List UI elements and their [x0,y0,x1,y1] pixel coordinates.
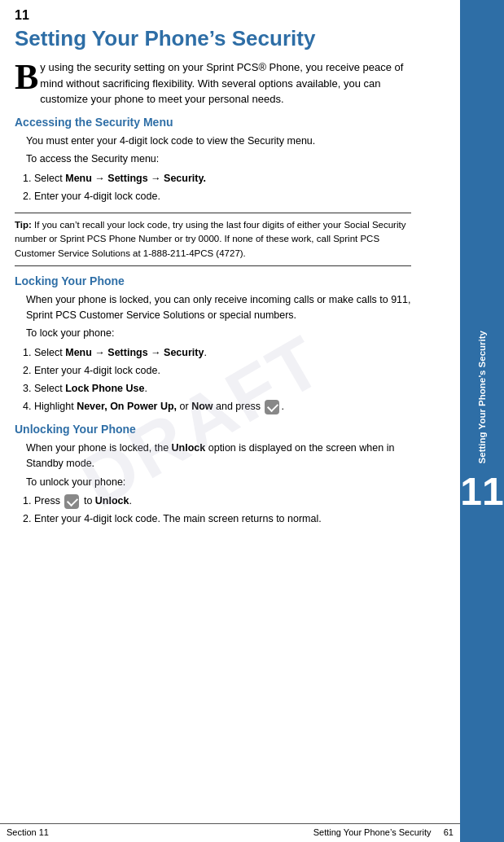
section3-para1-bold: Unlock [172,442,206,454]
tip-label: Tip: [15,220,32,230]
section2-step1: Select Menu → Settings → Security. [34,344,411,361]
section1-steps: Select Menu → Settings → Security. Enter… [34,170,411,204]
section1-step2-text: Enter your 4-digit lock code. [34,191,160,202]
sidebar-number: 11 [460,472,503,511]
section1-step2: Enter your 4-digit lock code. [34,188,411,204]
ok-button-icon2 [64,494,79,509]
page-title: Setting Your Phone’s Security [15,26,411,51]
section3-step1-bold: Unlock [95,495,129,507]
footer: Section 11 Setting Your Phone’s Security… [0,823,460,842]
ok-button-icon [265,400,279,414]
footer-left: Section 11 [0,827,313,837]
footer-right: Setting Your Phone’s Security 61 [313,827,460,837]
section1-para2: To access the Security menu: [26,151,411,167]
intro-body: y using the security setting on your Spr… [40,61,403,105]
sidebar-label: Setting Your Phone’s Security [476,331,489,463]
section3-para1: When your phone is locked, the Unlock op… [26,441,411,471]
section2-steps: Select Menu → Settings → Security. Enter… [34,344,411,414]
tip-box: Tip: If you can’t recall your lock code,… [15,213,411,266]
section2-step3: Select Lock Phone Use. [34,380,411,397]
page-number-top: 11 [15,8,411,23]
section1-step1: Select Menu → Settings → Security. [34,170,411,186]
section1-para1: You must enter your 4-digit lock code to… [26,134,411,149]
section2-step4-bold2: Now [191,401,213,412]
tip-text: If you can’t recall your lock code, try … [15,220,405,258]
section3-heading: Unlocking Your Phone [15,423,411,436]
section1-step1-bold: Menu → Settings → Security. [65,173,206,184]
section3-step2: Enter your 4-digit lock code. The main s… [34,511,411,527]
section3-para2: To unlock your phone: [26,475,411,490]
main-content: 11 Setting Your Phone’s Security B y usi… [0,0,460,842]
section3-steps: Press to Unlock. Enter your 4-digit lock… [34,493,411,527]
section2-step4: Highlight Never, On Power Up, or Now and… [34,398,411,414]
section2-heading: Locking Your Phone [15,274,411,287]
section2-para1: When your phone is locked, you can only … [26,292,411,323]
sidebar: Setting Your Phone’s Security 11 [460,0,504,842]
drop-cap: B [15,63,38,91]
section2-para2: To lock your phone: [26,326,411,341]
footer-page-num: 61 [444,827,454,837]
section2-step1-bold: Menu → Settings → Security [65,347,204,358]
section2-step3-bold: Lock Phone Use [65,383,144,394]
section2-step4-bold1: Never, On Power Up, [77,401,177,412]
section3-para1-before: When your phone is locked, the [26,442,172,454]
section3-step1: Press to Unlock. [34,493,411,509]
footer-section-label: Setting Your Phone’s Security [313,827,432,837]
intro-paragraph: B y using the security setting on your S… [15,59,411,107]
section1-heading: Accessing the Security Menu [15,116,411,129]
section2-step2: Enter your 4-digit lock code. [34,362,411,379]
page-wrapper: 11 Setting Your Phone’s Security B y usi… [0,0,504,842]
